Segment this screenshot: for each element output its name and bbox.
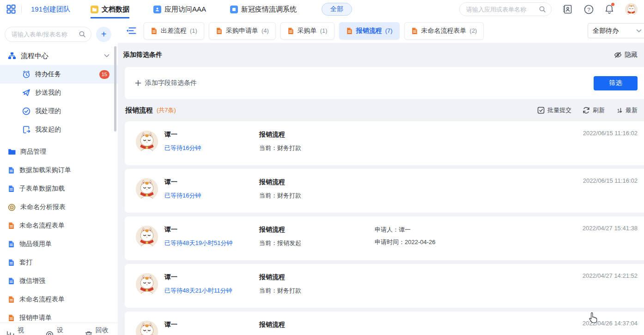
form-icon <box>8 222 15 229</box>
form-icon <box>8 277 15 285</box>
sidebar-item-handled-by-me[interactable]: 我处理的 <box>0 102 118 120</box>
check-circle-icon <box>22 107 30 115</box>
form-icon <box>216 27 223 35</box>
sidebar-item-product-mgmt[interactable]: 商品管理 <box>0 143 118 161</box>
main-content: 出差流程 (1) 采购申请单 (4) 采购单 (1) 报销流程 (7) 未命名流… <box>118 18 644 335</box>
chevron-down-icon <box>104 54 109 58</box>
tab-purchase-order[interactable]: 采购单 (1) <box>280 22 334 40</box>
sidebar-scrollbar[interactable] <box>114 46 116 132</box>
doc-data-app-icon <box>91 6 98 13</box>
avatar <box>136 178 158 200</box>
list-title: 报销流程 <box>125 106 153 115</box>
trash-icon <box>85 331 92 335</box>
hide-filter-button[interactable]: 隐藏 <box>614 51 638 59</box>
task-waiting: 已等待16分钟 <box>164 191 259 200</box>
help-icon[interactable]: ? <box>584 5 594 14</box>
search-icon[interactable] <box>79 30 86 38</box>
top-app-covid[interactable]: 新冠疫情流调系统 <box>230 0 297 18</box>
todo-filter-select[interactable]: 全部待办 <box>588 23 644 38</box>
task-waiting: 已等待48天19小时51分钟 <box>164 239 259 247</box>
tab-expense-flow[interactable]: 报销流程 (7) <box>339 22 400 40</box>
form-search <box>5 27 91 42</box>
task-flow-name: 报销流程 <box>259 321 375 329</box>
tab-unnamed-flow-form[interactable]: 未命名流程表单 (2) <box>404 22 484 40</box>
plus-icon <box>135 80 141 86</box>
search-icon[interactable] <box>539 6 546 13</box>
list-count: (共7条) <box>157 106 176 114</box>
top-app-docs[interactable]: 文档数据 <box>91 0 129 18</box>
user-avatar[interactable] <box>625 3 638 16</box>
task-card[interactable]: 谭一 已等待49天20小时55分钟 报销流程 当前：财务打款 2022/04/2… <box>125 311 644 335</box>
form-icon <box>287 27 294 35</box>
app-access-icon <box>153 6 161 13</box>
filter-button[interactable]: 筛选 <box>594 76 638 90</box>
form-icon <box>8 185 15 192</box>
todo-count-badge: 15 <box>99 70 109 79</box>
task-flow-name: 报销流程 <box>259 273 375 281</box>
team-link[interactable]: 191创建团队 <box>31 5 70 14</box>
sidebar-item-print-template[interactable]: 套打 <box>0 253 118 272</box>
sidebar-group-flow-center[interactable]: 流程中心 <box>0 47 118 65</box>
sidebar-item-subform-data-load[interactable]: 子表单数据加载 <box>0 179 118 198</box>
chevron-down-icon <box>636 29 642 33</box>
contacts-icon[interactable] <box>563 5 573 14</box>
sidebar-item-wechat-enhance[interactable]: 微信增强 <box>0 272 118 290</box>
task-waiting: 已等待48天21小时11分钟 <box>164 287 259 295</box>
collapse-icon[interactable] <box>126 27 136 35</box>
task-user-name: 谭一 <box>164 273 259 281</box>
sidebar-item-initiated-by-me[interactable]: 我发起的 <box>0 120 118 139</box>
task-timestamp: 2022/04/27 15:41:38 <box>583 225 638 232</box>
task-card[interactable]: 谭一 已等待16分钟 报销流程 当前：财务打款 2022/06/15 11:16… <box>125 121 644 165</box>
task-current-node: 当前：财务打款 <box>259 191 375 200</box>
task-card[interactable]: 谭一 已等待16分钟 报销流程 当前：财务打款 2022/06/15 11:16… <box>125 169 644 213</box>
sidebar-item-todo-tasks[interactable]: 待办任务 15 <box>0 65 118 84</box>
task-user-name: 谭一 <box>164 178 259 186</box>
sort-latest-button[interactable]: 1 最新 <box>616 106 638 114</box>
task-current-node: 当前：报销发起 <box>259 239 375 247</box>
avatar <box>136 131 158 153</box>
form-icon <box>8 167 15 174</box>
task-card[interactable]: 谭一 已等待48天19小时51分钟 报销流程 当前：报销发起 申请人：谭一 申请… <box>125 216 644 260</box>
tab-purchase-request[interactable]: 采购申请单 (4) <box>209 22 276 40</box>
refresh-icon <box>583 107 590 114</box>
refresh-button[interactable]: 刷新 <box>583 106 605 114</box>
eye-off-icon <box>614 51 622 59</box>
top-app-label: 新冠疫情流调系统 <box>241 5 297 14</box>
group-label: 流程中心 <box>21 52 49 60</box>
sidebar-item-unnamed-flow-form-1[interactable]: 未命名流程表单 <box>0 216 118 235</box>
filter-panel: 添加字段筛选条件 筛选 <box>125 67 644 99</box>
list-header: 报销流程 (共7条) 批量提交 刷新 1 最新 <box>118 99 644 121</box>
sidebar-item-unnamed-flow-form-2[interactable]: 未命名流程表单 <box>0 290 118 309</box>
top-app-label: 文档数据 <box>102 5 129 14</box>
task-applicant: 申请人：谭一 <box>375 226 575 234</box>
tab-business-trip-flow[interactable]: 出差流程 (1) <box>144 22 204 40</box>
form-icon <box>8 259 15 266</box>
task-timestamp: 2022/06/15 11:16:02 <box>583 130 638 137</box>
top-app-label: 应用访问AAA <box>164 5 206 14</box>
sidebar-item-item-requisition[interactable]: 物品领用单 <box>0 235 118 253</box>
sidebar-item-data-load-po[interactable]: 数据加载采购订单 <box>0 161 118 179</box>
app-search-input[interactable] <box>459 2 552 16</box>
sidebar-item-unnamed-report[interactable]: 未命名分析报表 <box>0 198 118 216</box>
recycle-bin-button[interactable]: 回收站 <box>85 326 109 335</box>
divider <box>21 6 22 13</box>
task-user-name: 谭一 <box>164 131 259 139</box>
flow-tabbar: 出差流程 (1) 采购申请单 (4) 采购单 (1) 报销流程 (7) 未命名流… <box>118 18 644 43</box>
org-chart-icon <box>8 52 16 60</box>
batch-submit-button[interactable]: 批量提交 <box>537 106 571 114</box>
bell-icon[interactable] <box>605 4 614 14</box>
task-card[interactable]: 谭一 已等待48天21小时11分钟 报销流程 当前：财务打款 2022/04/2… <box>125 264 644 308</box>
task-timestamp: 2022/06/15 11:16:02 <box>583 177 638 184</box>
top-app-access[interactable]: 应用访问AAA <box>153 0 206 18</box>
task-flow-name: 报销流程 <box>259 226 375 234</box>
settings-button[interactable]: 设置 <box>46 326 65 335</box>
views-button[interactable]: 视图 <box>6 326 25 335</box>
initiate-icon <box>22 126 30 134</box>
all-apps-pill[interactable]: 全部 <box>322 3 352 16</box>
add-field-filter-button[interactable]: 添加字段筛选条件 <box>135 79 197 87</box>
apps-grid-icon[interactable] <box>6 5 16 14</box>
add-form-button[interactable]: + <box>96 27 111 42</box>
task-list: 谭一 已等待16分钟 报销流程 当前：财务打款 2022/06/15 11:16… <box>118 121 644 335</box>
sidebar-item-cc-to-me[interactable]: 抄送我的 <box>0 84 118 102</box>
paper-plane-icon <box>22 89 30 97</box>
